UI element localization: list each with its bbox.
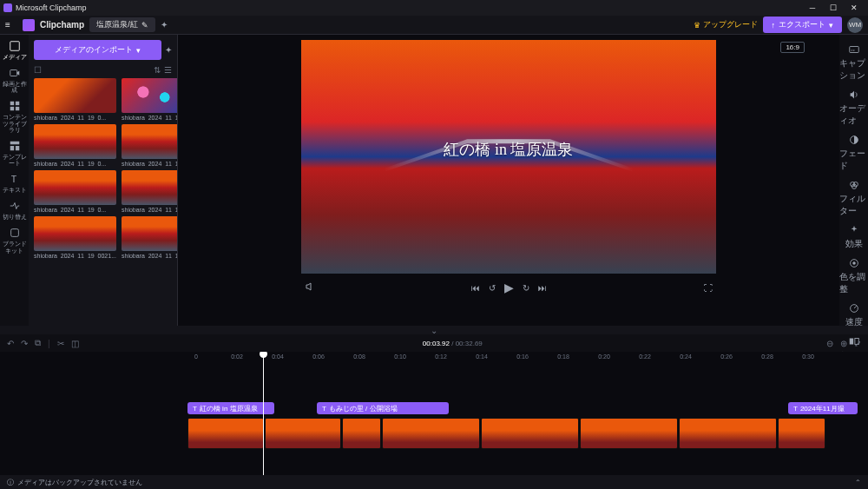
rnav-filter[interactable]: フィルター — [839, 179, 868, 217]
project-name: 塩原温泉/紅 — [96, 19, 138, 30]
playhead[interactable] — [263, 352, 264, 475]
skip-end-icon[interactable]: ⏭ — [538, 283, 547, 293]
video-clip[interactable] — [265, 418, 341, 449]
video-clip[interactable] — [187, 418, 264, 449]
rnav-color[interactable]: 色を調整 — [839, 257, 868, 295]
minimize-button[interactable]: ─ — [802, 3, 823, 12]
import-media-button[interactable]: メディアのインポート ▾ — [34, 40, 161, 60]
close-button[interactable]: ✕ — [844, 3, 865, 12]
project-tab[interactable]: 塩原温泉/紅 ✎ — [89, 17, 155, 32]
zoom-in-icon[interactable]: ⊕ — [840, 339, 847, 348]
fullscreen-icon[interactable]: ⛶ — [704, 283, 713, 293]
media-thumbnail — [34, 216, 116, 251]
select-icon[interactable]: ☐ — [34, 65, 42, 75]
app-name: Clipchamp — [40, 20, 84, 30]
text-icon: T — [793, 405, 798, 413]
video-clip[interactable] — [481, 418, 579, 449]
mute-icon[interactable] — [305, 281, 315, 294]
svg-rect-9 — [15, 146, 18, 150]
video-clip[interactable] — [679, 418, 777, 449]
nav-template[interactable]: テンプレート — [0, 140, 29, 166]
svg-rect-6 — [15, 107, 18, 110]
user-avatar[interactable]: WM — [847, 17, 863, 33]
media-item[interactable]: shiobara_2024_11_19_0021... — [34, 216, 116, 259]
nav-brand[interactable]: ブランドキット — [0, 227, 29, 253]
media-item[interactable]: shiobara_2024_11_19_0... — [122, 170, 177, 213]
svg-text:T: T — [10, 174, 16, 184]
step-forward-icon[interactable]: ↻ — [523, 283, 529, 293]
media-item[interactable]: shiobara_2024_11_19_0... — [122, 124, 177, 167]
nav-text[interactable]: Tテキスト — [3, 173, 27, 193]
right-nav: ccキャプション オーディオ フェード フィルター 効果 色を調整 速度 トラン… — [839, 35, 868, 326]
ruler-tick: 0:04 — [272, 354, 284, 360]
ruler-tick: 0:08 — [353, 354, 365, 360]
video-clip[interactable] — [382, 418, 480, 449]
rnav-fade[interactable]: フェード — [839, 134, 868, 172]
nav-transition[interactable]: 切り替え — [3, 200, 27, 220]
rnav-speed[interactable]: 速度 — [845, 302, 863, 328]
rnav-effects[interactable]: 効果 — [845, 224, 863, 250]
text-clip[interactable]: Tもみじの里 / 公開浴場 — [317, 402, 449, 414]
video-clip[interactable] — [580, 418, 678, 449]
duplicate-icon[interactable]: ⧉ — [35, 338, 41, 348]
text-icon: T — [193, 405, 197, 413]
nav-record[interactable]: 録画と作成 — [0, 67, 29, 93]
preview-area: 16:9 紅の橋 in 塩原温泉 ⏮ ↺ ▶ ↻ ⏭ ⛶ — [178, 35, 839, 326]
video-clip[interactable] — [778, 418, 825, 449]
timecode: 00:03.92 / 00:32.69 — [423, 340, 483, 347]
app-logo-icon — [23, 19, 35, 31]
sparkle-icon[interactable]: ✦ — [161, 20, 168, 30]
media-thumbnail — [34, 124, 116, 159]
rnav-caption[interactable]: ccキャプション — [839, 43, 868, 82]
ruler-tick: 0:26 — [720, 354, 733, 360]
crop-icon[interactable]: ◫ — [71, 339, 79, 348]
redo-icon[interactable]: ↷ — [21, 339, 28, 348]
sort-icon[interactable]: ☰ — [164, 65, 172, 75]
collapse-status-icon[interactable]: ⌃ — [855, 479, 861, 486]
window-title: Microsoft Clipchamp — [16, 3, 87, 12]
zoom-fit-icon[interactable]: ⤢ — [854, 339, 861, 348]
media-thumbnail — [34, 78, 116, 113]
timeline-toolbar: ↶ ↷ ⧉ | ✂ ◫ 00:03.92 / 00:32.69 ⊖ ⊕ ⤢ — [0, 334, 868, 352]
playback-controls: ⏮ ↺ ▶ ↻ ⏭ ⛶ — [301, 274, 716, 301]
hamburger-menu-icon[interactable]: ≡ — [5, 20, 17, 30]
status-bar: ⓘ メディアはバックアップされていません ⌃ — [0, 475, 868, 489]
timeline[interactable]: 00:020:040:060:080:100:120:140:160:180:2… — [0, 352, 868, 475]
media-item[interactable]: shiobara_2024_11_19_0... — [122, 216, 177, 259]
aspect-ratio-badge[interactable]: 16:9 — [780, 42, 805, 53]
media-item[interactable]: shiobara_2024_11_19_0... — [122, 78, 177, 121]
media-item[interactable]: shiobara_2024_11_19_0... — [34, 170, 116, 213]
magic-wand-icon[interactable]: ✦ — [165, 45, 172, 55]
nav-library[interactable]: コンテンツライブラリ — [0, 100, 29, 132]
play-button[interactable]: ▶ — [504, 281, 514, 294]
svg-point-19 — [852, 261, 856, 265]
svg-rect-1 — [10, 42, 19, 51]
media-grid: shiobara_2024_11_19_0... shiobara_2024_1… — [29, 78, 177, 326]
media-item[interactable]: shiobara_2024_11_19_0... — [34, 124, 116, 167]
text-clip[interactable]: T2024年11月撮 — [788, 402, 858, 414]
skip-start-icon[interactable]: ⏮ — [471, 283, 480, 293]
filter-icon[interactable]: ⇅ — [154, 65, 161, 75]
ruler-tick: 0:10 — [394, 354, 406, 360]
maximize-button[interactable]: ☐ — [823, 3, 844, 12]
nav-media[interactable]: メディア — [3, 40, 27, 60]
undo-icon[interactable]: ↶ — [7, 339, 14, 348]
export-button[interactable]: ↑ エクスポート ▾ — [763, 17, 843, 33]
text-clip[interactable]: T紅の橋 in 塩原温泉 — [187, 402, 274, 414]
ruler-tick: 0:14 — [476, 354, 488, 360]
rnav-audio[interactable]: オーディオ — [839, 89, 868, 127]
upgrade-button[interactable]: ♛ アップグレード — [694, 19, 758, 30]
preview-overlay-text: 紅の橋 in 塩原温泉 — [444, 139, 573, 160]
media-thumbnail — [122, 216, 177, 251]
zoom-out-icon[interactable]: ⊖ — [826, 339, 833, 348]
video-preview[interactable]: 紅の橋 in 塩原温泉 — [301, 40, 716, 274]
split-icon[interactable]: ✂ — [57, 339, 64, 348]
media-item[interactable]: shiobara_2024_11_19_0... — [34, 78, 116, 121]
video-clip[interactable] — [342, 418, 381, 449]
panel-chevron[interactable]: ⌄ — [0, 326, 868, 334]
svg-rect-11 — [10, 229, 18, 237]
ruler-tick: 0:20 — [598, 354, 610, 360]
timeline-ruler[interactable]: 00:020:040:060:080:100:120:140:160:180:2… — [9, 352, 868, 366]
step-back-icon[interactable]: ↺ — [489, 283, 496, 293]
ruler-tick: 0:06 — [312, 354, 325, 360]
